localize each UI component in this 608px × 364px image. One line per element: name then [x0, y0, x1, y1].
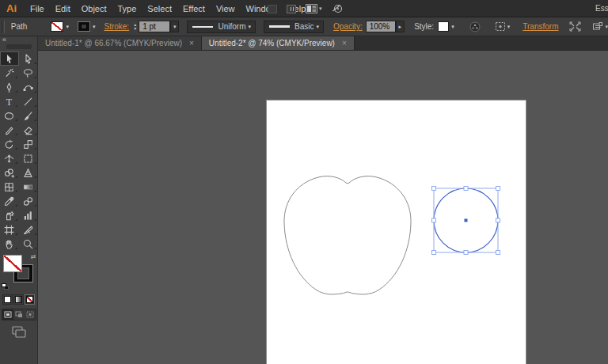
- free-transform-tool[interactable]: [19, 151, 38, 165]
- perspective-grid-tool[interactable]: [19, 165, 38, 180]
- selection-center-point[interactable]: [465, 219, 468, 222]
- color-button[interactable]: [2, 294, 13, 305]
- selection-handle[interactable]: [464, 251, 468, 255]
- tab-label: Untitled-2* @ 74% (CMYK/Preview): [209, 39, 335, 47]
- perspective-grid-tool-icon: [23, 168, 33, 178]
- zoom-tool[interactable]: [19, 237, 38, 251]
- blend-tool[interactable]: [19, 194, 38, 208]
- column-graph-tool[interactable]: [19, 208, 38, 222]
- default-fill-stroke-icon[interactable]: [2, 283, 9, 290]
- width-profile-dropdown[interactable]: Uniform ▾: [187, 21, 256, 33]
- menu-item-type[interactable]: Type: [112, 0, 142, 17]
- options-dropdown[interactable]: ▾: [592, 21, 608, 32]
- workspace-switcher[interactable]: Essentials: [595, 0, 608, 17]
- menu-item-edit[interactable]: Edit: [50, 0, 76, 17]
- menu-item-select[interactable]: Select: [142, 0, 177, 17]
- arrange-documents-button[interactable]: ▾: [306, 4, 322, 13]
- free-transform-tool-icon: [23, 154, 33, 164]
- type-tool[interactable]: T: [0, 94, 19, 108]
- hand-tool[interactable]: [0, 237, 19, 251]
- lasso-tool[interactable]: [19, 66, 38, 80]
- slice-tool[interactable]: [19, 222, 38, 237]
- none-button[interactable]: [25, 294, 35, 305]
- ellipse-tool[interactable]: [0, 108, 19, 123]
- rotate-tool[interactable]: [0, 137, 19, 151]
- hand-tool-icon: [4, 239, 14, 249]
- brush-definition-dropdown[interactable]: Basic ▾: [264, 21, 324, 33]
- symbol-sprayer-tool[interactable]: [0, 208, 19, 222]
- stroke-weight-input[interactable]: 1 pt: [139, 21, 170, 32]
- stroke-panel-link[interactable]: Stroke:: [104, 22, 129, 31]
- curvature-tool-icon: [23, 82, 33, 93]
- pen-tool[interactable]: [0, 80, 19, 94]
- blend-tool-icon: [23, 196, 33, 207]
- direct-selection-tool[interactable]: [19, 51, 38, 66]
- stroke-color-dropdown[interactable]: ▾: [78, 21, 98, 32]
- selection-tool[interactable]: [0, 51, 19, 66]
- fill-color-dropdown[interactable]: ▾: [51, 21, 71, 32]
- magic-wand-tool[interactable]: [0, 66, 19, 80]
- paintbrush-tool[interactable]: [19, 108, 38, 123]
- artboard[interactable]: [267, 100, 526, 364]
- tab-untitled-2[interactable]: Untitled-2* @ 74% (CMYK/Preview) ×: [202, 36, 355, 50]
- zoom-tool-icon: [23, 239, 33, 249]
- close-tab-icon[interactable]: ×: [342, 39, 347, 47]
- bridge-icon[interactable]: [268, 5, 277, 13]
- artboard-tool[interactable]: [0, 222, 19, 237]
- line-segment-tool-icon: [23, 97, 33, 107]
- menu-item-file[interactable]: File: [25, 0, 50, 17]
- opacity-input[interactable]: 100%: [366, 21, 396, 32]
- line-segment-tool[interactable]: [19, 94, 38, 108]
- select-similar-dropdown[interactable]: ▾: [495, 21, 511, 32]
- scale-tool[interactable]: [19, 137, 38, 151]
- opacity-dropdown[interactable]: ▸: [396, 21, 405, 32]
- gradient-tool[interactable]: [19, 180, 38, 194]
- selection-handle[interactable]: [464, 187, 468, 191]
- tools-panel-grip[interactable]: [6, 44, 32, 49]
- scale-tool-icon: [23, 139, 33, 150]
- fill-swatch[interactable]: [3, 255, 22, 272]
- selection-handle[interactable]: [496, 218, 500, 222]
- menu-item-object[interactable]: Object: [76, 0, 112, 17]
- canvas-pasteboard[interactable]: [38, 51, 608, 364]
- selection-handle[interactable]: [496, 187, 500, 191]
- menu-item-view[interactable]: View: [211, 0, 241, 17]
- chevron-down-icon: ▾: [605, 24, 608, 30]
- eraser-tool-icon: [23, 125, 33, 135]
- pencil-tool[interactable]: [0, 123, 19, 137]
- gpu-performance-icon[interactable]: [332, 3, 343, 15]
- selection-handle[interactable]: [432, 218, 436, 222]
- chevron-down-icon: ▾: [246, 22, 254, 32]
- menu-item-effect[interactable]: Effect: [177, 0, 211, 17]
- curvature-tool[interactable]: [19, 80, 38, 94]
- selection-handle[interactable]: [496, 251, 500, 255]
- width-tool[interactable]: [0, 151, 19, 165]
- shape-builder-tool[interactable]: [0, 165, 19, 180]
- stroke-weight-dropdown[interactable]: ▾: [170, 21, 180, 32]
- swap-fill-stroke-icon[interactable]: ⇄: [31, 253, 36, 260]
- opacity-panel-link[interactable]: Opacity:: [333, 22, 363, 31]
- draw-normal-mode[interactable]: [2, 309, 13, 320]
- mesh-tool-icon: [4, 182, 14, 192]
- style-swatch[interactable]: [438, 21, 449, 32]
- style-dropdown[interactable]: ▾: [449, 22, 457, 32]
- selection-handle[interactable]: [432, 187, 436, 191]
- close-tab-icon[interactable]: ×: [189, 39, 194, 47]
- recolor-artwork-icon[interactable]: [469, 21, 481, 32]
- stroke-weight-stepper[interactable]: ▴▾: [134, 23, 136, 31]
- draw-behind-mode[interactable]: [13, 309, 25, 320]
- align-icon[interactable]: [569, 21, 581, 32]
- tab-untitled-1[interactable]: Untitled-1* @ 66.67% (CMYK/Preview) ×: [38, 36, 202, 50]
- gradient-button[interactable]: [13, 294, 24, 305]
- transform-panel-link[interactable]: Transform: [522, 22, 558, 31]
- eraser-tool[interactable]: [19, 123, 38, 137]
- change-screen-mode-button[interactable]: [12, 326, 26, 339]
- device-preview-icon[interactable]: [287, 5, 296, 13]
- eyedropper-tool[interactable]: [0, 194, 19, 208]
- mesh-tool[interactable]: [0, 180, 19, 194]
- apple-outline-path[interactable]: [284, 176, 411, 294]
- collapse-panel-button[interactable]: «: [0, 36, 37, 44]
- draw-inside-mode[interactable]: [25, 309, 36, 320]
- control-bar-grip[interactable]: [2, 21, 5, 33]
- selection-handle[interactable]: [432, 251, 436, 255]
